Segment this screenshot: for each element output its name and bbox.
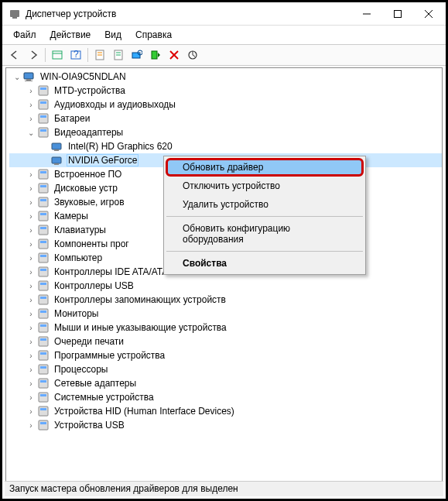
properties2-button[interactable] — [109, 46, 128, 63]
expand-icon[interactable]: › — [26, 211, 36, 221]
svg-rect-61 — [39, 337, 48, 346]
svg-rect-63 — [39, 351, 48, 360]
context-scan[interactable]: Обновить конфигурацию оборудования — [166, 219, 364, 249]
expand-icon[interactable]: › — [26, 197, 36, 207]
device-category-icon — [37, 238, 50, 250]
context-menu: Обновить драйвер Отключить устройство Уд… — [163, 156, 366, 275]
svg-rect-37 — [39, 170, 48, 179]
expand-icon[interactable]: › — [26, 420, 36, 430]
tree-category[interactable]: ›Программные устройства — [9, 348, 442, 362]
tree-node-label: Встроенное ПО — [53, 169, 123, 180]
expand-icon[interactable]: › — [26, 393, 36, 402]
forward-button[interactable] — [24, 46, 43, 63]
tree-category[interactable]: ›Устройства HID (Human Interface Devices… — [9, 404, 442, 418]
tree-root-node[interactable]: ⌄WIN-OIA9C5NDLAN — [9, 70, 442, 84]
svg-rect-22 — [24, 73, 33, 79]
tree-node-label: Процессоры — [53, 364, 110, 375]
tree-category[interactable]: ›Контроллеры USB — [9, 279, 442, 293]
display-adapter-icon — [51, 154, 63, 166]
svg-rect-73 — [39, 420, 48, 430]
expand-icon[interactable]: › — [26, 114, 36, 123]
tree-device[interactable]: Intel(R) HD Graphics 620 — [9, 139, 442, 153]
tree-node-label: Контроллеры USB — [53, 280, 135, 291]
tree-category[interactable]: ›Системные устройства — [9, 390, 442, 404]
expand-icon[interactable]: › — [26, 267, 36, 276]
tree-node-label: Устройства USB — [53, 420, 126, 431]
svg-rect-42 — [40, 199, 46, 201]
tree-category[interactable]: ⌄Видеоадаптеры — [9, 125, 442, 139]
tree-node-label: Сетевые адаптеры — [53, 378, 138, 389]
context-disable[interactable]: Отключить устройство — [166, 177, 364, 195]
show-hide-button[interactable] — [48, 46, 67, 63]
expand-icon[interactable]: › — [26, 253, 36, 263]
expand-icon[interactable]: › — [26, 407, 36, 416]
device-category-icon — [37, 335, 50, 348]
tree-category[interactable]: ›Батареи — [9, 112, 442, 125]
device-category-icon — [37, 84, 50, 97]
help-button[interactable]: ? — [67, 46, 85, 63]
context-update-driver[interactable]: Обновить драйвер — [166, 158, 364, 177]
expand-icon[interactable]: › — [26, 295, 36, 304]
svg-rect-16 — [132, 53, 140, 58]
svg-rect-58 — [40, 311, 46, 313]
device-category-icon — [37, 252, 50, 264]
svg-rect-62 — [40, 338, 46, 341]
expand-icon[interactable]: › — [26, 365, 36, 374]
device-tree[interactable]: ⌄WIN-OIA9C5NDLAN›MTD-устройства›Аудиовхо… — [5, 67, 443, 486]
expand-icon[interactable]: › — [26, 351, 36, 360]
expand-icon[interactable]: › — [26, 100, 36, 109]
tree-category[interactable]: ›Сетевые адаптеры — [9, 376, 442, 390]
menu-file[interactable]: Файл — [7, 27, 43, 43]
tree-category[interactable]: ›MTD-устройства — [9, 84, 442, 98]
back-button[interactable] — [5, 46, 24, 63]
menu-action[interactable]: Действие — [44, 27, 97, 43]
svg-rect-48 — [40, 241, 46, 243]
tree-node-label: WIN-OIA9C5NDLAN — [39, 71, 128, 82]
expand-icon[interactable]: › — [26, 323, 36, 332]
maximize-button[interactable] — [382, 3, 413, 25]
svg-rect-3 — [395, 10, 402, 17]
expand-icon[interactable]: › — [26, 379, 36, 388]
update-driver-button[interactable] — [183, 46, 202, 63]
device-category-icon — [37, 363, 50, 376]
expand-icon[interactable]: › — [26, 309, 36, 318]
expand-icon[interactable]: › — [26, 225, 36, 235]
expand-icon[interactable]: ⌄ — [12, 72, 22, 81]
tree-node-label: Системные устройства — [53, 392, 156, 403]
expand-icon[interactable]: › — [26, 239, 36, 249]
tree-category[interactable]: ›Устройства USB — [9, 418, 442, 432]
context-separator — [166, 251, 363, 252]
tree-category[interactable]: ›Процессоры — [9, 362, 442, 376]
close-button[interactable] — [413, 3, 444, 25]
app-icon — [9, 8, 21, 20]
device-category-icon — [37, 112, 50, 125]
menu-help[interactable]: Справка — [129, 27, 178, 43]
tree-category[interactable]: ›Контроллеры запоминающих устройств — [9, 293, 442, 307]
device-category-icon — [37, 224, 50, 236]
tree-category[interactable]: ›Мыши и иные указывающие устройства — [9, 321, 442, 335]
expand-icon[interactable]: › — [26, 170, 36, 179]
menu-view[interactable]: Вид — [98, 27, 128, 43]
context-uninstall[interactable]: Удалить устройство — [166, 195, 364, 214]
svg-rect-52 — [40, 269, 46, 271]
tree-node-label: Звуковые, игров — [53, 197, 126, 208]
scan-hardware-button[interactable] — [128, 46, 146, 63]
status-text: Запуск мастера обновления драйверов для … — [9, 483, 238, 494]
device-category-icon — [37, 266, 50, 278]
expand-icon[interactable]: › — [26, 337, 36, 346]
svg-rect-64 — [40, 352, 46, 355]
context-properties[interactable]: Свойства — [166, 254, 364, 273]
minimize-button[interactable] — [351, 3, 382, 25]
svg-rect-59 — [39, 323, 48, 332]
expand-icon[interactable]: › — [26, 281, 36, 290]
properties-button[interactable] — [91, 46, 109, 63]
expand-icon[interactable]: › — [26, 184, 36, 193]
tree-category[interactable]: ›Мониторы — [9, 307, 442, 321]
tree-category[interactable]: ›Аудиовходы и аудиовыходы — [9, 98, 442, 112]
expand-icon[interactable]: › — [26, 86, 36, 95]
expand-icon[interactable]: ⌄ — [26, 128, 36, 137]
enable-device-button[interactable] — [146, 46, 165, 63]
tree-category[interactable]: ›Очереди печати — [9, 335, 442, 348]
uninstall-button[interactable] — [165, 46, 183, 63]
tree-node-label: Дисковые устр — [53, 183, 119, 194]
